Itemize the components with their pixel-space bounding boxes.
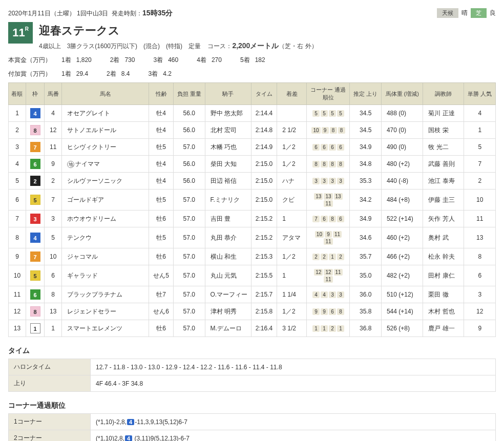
date-meet: 2020年1月11日（土曜） 1回中山3日 [8,10,108,17]
waku-badge: 5 [30,270,40,281]
table-row: 1311スマートエレメンツ牡657.0M.デムーロ2:16.43 1/21121… [9,320,496,337]
agari-label: 上り [9,375,91,392]
table-row: 469地ナイママ牡456.0柴田 大知2:15.01／2888834.8480 … [9,156,496,173]
furlong-label: ハロンタイム [9,359,91,375]
meta-row: 2020年1月11日（土曜） 1回中山3日 発走時刻：15時35分 天候 晴 芝… [8,8,496,18]
starttime: 15時35分 [142,9,173,17]
col-waku: 枠 [26,83,44,105]
waku-badge: 8 [30,306,40,317]
col-corner: コーナー 通過順位 [307,83,350,105]
agari-value: 4F 46.4 - 3F 34.8 [91,375,496,392]
winner-inline: 4 [125,435,132,442]
waku-badge: 7 [30,251,40,262]
table-row: 733ホウオウドリーム牡657.0吉田 豊2:15.21768634.9522 … [9,211,496,227]
col-sex: 性齢 [149,83,174,105]
col-wt: 負担 重量 [174,83,205,105]
col-time: タイム [251,83,277,105]
weather-label: 天候 [437,8,458,18]
results-table: 着順 枠 馬番 馬名 性齢 負担 重量 騎手 タイム 着差 コーナー 通過順位 … [8,82,496,337]
jimoto-icon: 地 [67,161,74,168]
corner-row: 1コーナー(*1,10)-2,8,4-11,3,9,13(5,12)6-7 [9,414,496,430]
table-row: 522シルヴァーソニック牡456.0田辺 裕信2:15.0ハナ333335.34… [9,173,496,190]
waku-badge: 6 [30,289,40,300]
waku-badge: 4 [30,108,40,118]
col-trainer: 調教師 [423,83,464,105]
table-row: 144オセアグレイト牡456.0野中 悠太郎2:14.4555534.5488 … [9,105,496,122]
col-diff: 着差 [277,83,307,105]
table-row: 1056ギャラッドせん557.0丸山 元気2:15.511212111135.0… [9,265,496,286]
corner-section-title: コーナー通過順位 [8,401,496,410]
table-row: 2812サトノエルドール牡456.0北村 宏司2:14.82 1/2109883… [9,122,496,139]
table-row: 657ゴールドギア牡557.0F.ミナリク2:15.0クビ1313131134.… [9,190,496,211]
col-agari: 推定 上り [350,83,381,105]
results-head: 着順 枠 馬番 馬名 性齢 負担 重量 騎手 タイム 着差 コーナー 通過順位 … [9,83,496,105]
waku-badge: 3 [30,214,40,224]
weather-value: 晴 [461,9,468,17]
time-table: ハロンタイム 12.7 - 11.8 - 13.0 - 13.0 - 12.9 … [8,359,496,392]
table-row: 9710ジャコマル牡657.0横山 和生2:15.31／2221235.7466… [9,248,496,265]
col-jockey: 騎手 [205,83,251,105]
corner-row: 2コーナー(*1,10)2,8,4 (3,11)9(5,12,13)-6-7 [9,430,496,442]
starttime-label: 発走時刻： [112,10,142,17]
corner-table: 1コーナー(*1,10)-2,8,4-11,3,9,13(5,12)6-72コー… [8,413,496,441]
race-condition: 4歳以上 3勝クラス(1600万円以下) (混合) (特指) 定量 コース：2,… [39,41,496,51]
waku-badge: 8 [30,125,40,135]
col-pos: 着順 [9,83,26,105]
race-name: 迎春ステークス [39,23,496,38]
waku-badge: 6 [30,159,40,169]
prize-add-row: 付加賞（万円） 1着 29.4 2着 8.4 3着 4.2 [8,70,496,78]
furlong-value: 12.7 - 11.8 - 13.0 - 13.0 - 12.9 - 12.4 … [91,359,496,375]
race-number-badge: 11R [8,22,33,44]
waku-badge: 2 [30,176,40,186]
results-body: 144オセアグレイト牡456.0野中 悠太郎2:14.4555534.5488 … [9,105,496,337]
turf-label: 芝 [471,8,487,18]
col-horse: 馬名 [62,83,149,105]
waku-badge: 7 [30,142,40,152]
col-pop: 単勝 人気 [464,83,496,105]
winner-inline: 4 [127,419,134,425]
race-r-suffix: R [25,26,29,32]
table-row: 12813レジェンドセラーせん657.0津村 明秀2:15.81／2996835… [9,303,496,320]
table-row: 1168ブラックプラチナム牡757.0O.マーフィー2:15.71 1/4443… [9,286,496,303]
prize-main-row: 本賞金（万円） 1着 1,820 2着 730 3着 460 4着 270 5着… [8,56,496,65]
col-bodywt: 馬体重 (増減) [381,83,423,105]
race-number: 11 [12,26,25,39]
table-row: 845テンクウ牡557.0丸田 恭介2:15.2アタマ109111134.646… [9,227,496,248]
col-num: 馬番 [45,83,62,105]
waku-badge: 5 [30,195,40,205]
time-section-title: タイム [8,346,496,355]
waku-badge: 1 [30,323,40,333]
waku-badge: 4 [30,233,40,243]
turf-value: 良 [490,9,496,17]
table-row: 3711ヒシヴィクトリー牡557.0木幡 巧也2:14.91／2666634.9… [9,139,496,156]
race-header: 11R 迎春ステークス 4歳以上 3勝クラス(1600万円以下) (混合) (特… [8,22,496,51]
